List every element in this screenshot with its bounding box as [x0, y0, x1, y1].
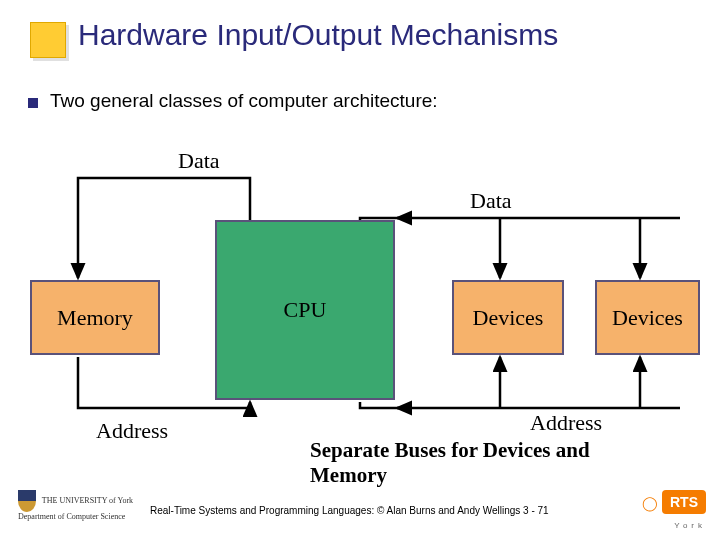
rts-subtext: York	[674, 521, 706, 530]
cpu-box: CPU	[215, 220, 395, 400]
label-address-right: Address	[530, 410, 602, 436]
bullet-icon	[28, 98, 38, 108]
university-name: THE UNIVERSITY of York	[42, 496, 133, 505]
slide-title: Hardware Input/Output Mechanisms	[78, 18, 558, 52]
label-data-top: Data	[178, 148, 220, 174]
devices-box-1: Devices	[452, 280, 564, 355]
shield-icon	[18, 490, 36, 512]
footer-copyright: Real-Time Systems and Programming Langua…	[150, 505, 549, 516]
rts-badge: RTS	[662, 490, 706, 514]
globe-icon: ◯	[642, 495, 658, 511]
department-name: Department of Computer Science	[18, 512, 125, 521]
label-address-left: Address	[96, 418, 168, 444]
memory-box: Memory	[30, 280, 160, 355]
rts-logo: ◯ RTS York	[642, 490, 706, 532]
bullet-text: Two general classes of computer architec…	[50, 90, 438, 112]
devices-box-2: Devices	[595, 280, 700, 355]
diagram-caption: Separate Buses for Devices and Memory	[310, 438, 640, 488]
university-logo: THE UNIVERSITY of York Department of Com…	[18, 490, 133, 522]
accent-square-icon	[30, 22, 66, 58]
label-data-right: Data	[470, 188, 512, 214]
